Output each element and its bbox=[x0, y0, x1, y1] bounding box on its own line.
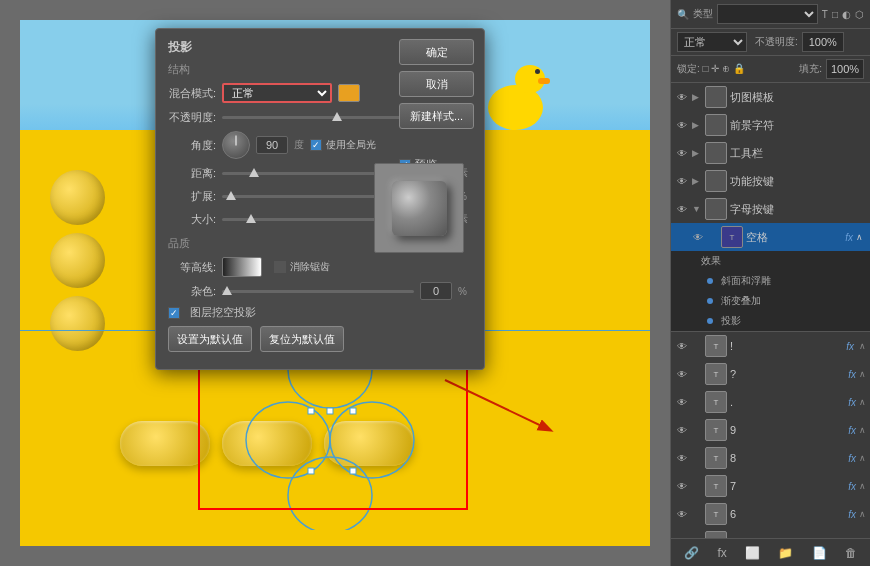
eye-icon-char-btn[interactable]: 👁 bbox=[675, 202, 689, 216]
blend-mode-select[interactable]: 正常 bbox=[222, 83, 332, 103]
sublayer-gradient-overlay[interactable]: 渐变叠加 bbox=[671, 291, 870, 311]
smart-icon: ⬡ bbox=[855, 9, 864, 20]
expand-toolbar[interactable]: ▶ bbox=[692, 148, 702, 158]
layer-item-func-btn[interactable]: 👁 ▶ 功能按键 bbox=[671, 167, 870, 195]
layer-item-7[interactable]: 👁 T 7 fx ∧ bbox=[671, 472, 870, 500]
layer-item-toolbar[interactable]: 👁 ▶ 工具栏 bbox=[671, 139, 870, 167]
cancel-button[interactable]: 取消 bbox=[399, 71, 474, 97]
thumb-space: T bbox=[721, 226, 743, 248]
delete-layer-icon[interactable]: 🗑 bbox=[845, 546, 857, 560]
expand-exclaim: ∧ bbox=[859, 341, 866, 351]
eye-6[interactable]: 👁 bbox=[675, 507, 689, 521]
noise-track[interactable] bbox=[222, 290, 414, 293]
noise-value[interactable]: 0 bbox=[420, 282, 452, 300]
eye-9[interactable]: 👁 bbox=[675, 423, 689, 437]
opacity-slider-track[interactable] bbox=[222, 116, 422, 119]
fx-badge-7: fx bbox=[848, 481, 856, 492]
layer-item-space[interactable]: 👁 T 空格 fx ∧ bbox=[671, 223, 870, 251]
add-style-icon[interactable]: fx bbox=[717, 546, 726, 560]
opacity-percent-input[interactable] bbox=[802, 32, 844, 52]
eye-question[interactable]: 👁 bbox=[675, 367, 689, 381]
expand-func-btn[interactable]: ▶ bbox=[692, 176, 702, 186]
thumb-period: T bbox=[705, 391, 727, 413]
angle-knob[interactable] bbox=[222, 131, 250, 159]
eye-icon-clip-mask[interactable]: 👁 bbox=[675, 90, 689, 104]
sublayer-bevel-emboss[interactable]: 斜面和浮雕 bbox=[671, 271, 870, 291]
opacity-slider-thumb[interactable] bbox=[332, 112, 342, 121]
eye-icon-front-char[interactable]: 👁 bbox=[675, 118, 689, 132]
layer-item-period[interactable]: 👁 T . fx ∧ bbox=[671, 388, 870, 416]
spread-thumb[interactable] bbox=[226, 191, 236, 200]
hollow-shadow-checkbox[interactable]: ✓ bbox=[168, 307, 180, 319]
name-space: 空格 bbox=[746, 230, 842, 245]
noise-thumb[interactable] bbox=[222, 286, 232, 295]
layer-item-9[interactable]: 👁 T 9 fx ∧ bbox=[671, 416, 870, 444]
thumb-question: T bbox=[705, 363, 727, 385]
fx-badge-period: fx bbox=[848, 397, 856, 408]
contour-row: 等高线: 消除锯齿 bbox=[168, 257, 472, 277]
add-mask-icon[interactable]: ⬜ bbox=[745, 546, 760, 560]
expand-front-char[interactable]: ▶ bbox=[692, 120, 702, 130]
effects-label: 效果 bbox=[701, 254, 721, 268]
expand-6: ∧ bbox=[859, 509, 866, 519]
expand-char-btn[interactable]: ▼ bbox=[692, 204, 702, 214]
new-style-button[interactable]: 新建样式... bbox=[399, 103, 474, 129]
new-layer-icon[interactable]: 📄 bbox=[812, 546, 827, 560]
fill-label-panel: 填充: bbox=[799, 62, 822, 76]
contour-preview[interactable] bbox=[222, 257, 262, 277]
thumb-7: T bbox=[705, 475, 727, 497]
shadow-label: 投影 bbox=[721, 314, 741, 328]
size-thumb[interactable] bbox=[246, 214, 256, 223]
expand-space[interactable]: ∧ bbox=[856, 232, 866, 242]
distance-thumb[interactable] bbox=[249, 168, 259, 177]
sublayer-drop-shadow[interactable]: 投影 bbox=[671, 311, 870, 331]
noise-unit: % bbox=[458, 286, 472, 297]
reset-default-button[interactable]: 复位为默认值 bbox=[260, 326, 344, 352]
thumb-exclaim: T bbox=[705, 335, 727, 357]
layer-item-char-btn[interactable]: 👁 ▼ 字母按键 bbox=[671, 195, 870, 223]
red-arrow bbox=[435, 365, 565, 445]
eye-icon-func-btn[interactable]: 👁 bbox=[675, 174, 689, 188]
layer-type-select[interactable] bbox=[717, 4, 818, 24]
anti-alias-checkbox[interactable] bbox=[274, 261, 286, 273]
gradient-label: 渐变叠加 bbox=[721, 294, 761, 308]
layer-item-8[interactable]: 👁 T 8 fx ∧ bbox=[671, 444, 870, 472]
ok-button[interactable]: 确定 bbox=[399, 39, 474, 65]
use-global-light-label: 使用全局光 bbox=[326, 138, 376, 152]
name-char-btn: 字母按键 bbox=[730, 202, 866, 217]
layer-item-exclaim[interactable]: 👁 T ! fx ∧ bbox=[671, 332, 870, 360]
fill-percent-input[interactable] bbox=[826, 59, 864, 79]
layer-item-front-char[interactable]: 👁 ▶ 前景字符 bbox=[671, 111, 870, 139]
circle-2 bbox=[50, 233, 105, 288]
eye-8[interactable]: 👁 bbox=[675, 451, 689, 465]
layer-item-clip-mask[interactable]: 👁 ▶ 切图模板 bbox=[671, 83, 870, 111]
blend-color-swatch[interactable] bbox=[338, 84, 360, 102]
eye-exclaim[interactable]: 👁 bbox=[675, 339, 689, 353]
circle-1 bbox=[50, 170, 105, 225]
fx-badge-8: fx bbox=[848, 453, 856, 464]
eye-period[interactable]: 👁 bbox=[675, 395, 689, 409]
fx-badge-question: fx bbox=[848, 369, 856, 380]
duck-beak bbox=[538, 78, 550, 84]
name-exclaim: ! bbox=[730, 340, 843, 352]
panel-blend-select[interactable]: 正常 bbox=[677, 32, 747, 52]
layer-item-question[interactable]: 👁 T ? fx ∧ bbox=[671, 360, 870, 388]
layers-list: 👁 ▶ 切图模板 👁 ▶ 前景字符 👁 ▶ 工具栏 👁 ▶ 功能按键 bbox=[671, 83, 870, 543]
eye-7[interactable]: 👁 bbox=[675, 479, 689, 493]
layer-style-dialog: 投影 结构 混合模式: 正常 不透明度: 55 % 角度: 90 度 ✓ 使用全… bbox=[155, 28, 485, 370]
use-global-light-checkbox[interactable]: ✓ bbox=[310, 139, 322, 151]
expand-clip-mask[interactable]: ▶ bbox=[692, 92, 702, 102]
thumb-8: T bbox=[705, 447, 727, 469]
link-layers-icon[interactable]: 🔗 bbox=[684, 546, 699, 560]
circle-3 bbox=[50, 296, 105, 351]
layer-item-6[interactable]: 👁 T 6 fx ∧ bbox=[671, 500, 870, 528]
use-global-light-row: ✓ 使用全局光 bbox=[310, 138, 376, 152]
thumb-toolbar bbox=[705, 142, 727, 164]
eye-icon-space[interactable]: 👁 bbox=[691, 230, 705, 244]
name-question: ? bbox=[730, 368, 845, 380]
new-group-icon[interactable]: 📁 bbox=[778, 546, 793, 560]
svg-line-9 bbox=[445, 380, 550, 430]
eye-icon-toolbar[interactable]: 👁 bbox=[675, 146, 689, 160]
angle-value[interactable]: 90 bbox=[256, 136, 288, 154]
set-default-button[interactable]: 设置为默认值 bbox=[168, 326, 252, 352]
